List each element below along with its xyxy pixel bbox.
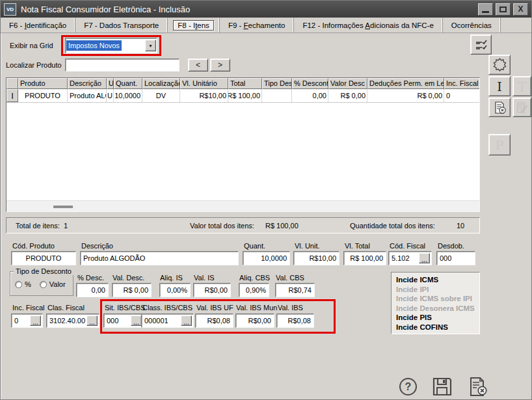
- pct-desc-field[interactable]: 0,00: [76, 283, 109, 297]
- aliq-is-label: Aliq. IS: [160, 274, 183, 282]
- val-cbs-field[interactable]: R$0,74: [275, 283, 315, 297]
- vl-total-field[interactable]: R$ 100,00: [343, 251, 386, 265]
- grid-header-inc-fiscal[interactable]: Inc. Fiscal: [444, 78, 480, 89]
- cell-descricao[interactable]: Produto ALGODÃO: [68, 89, 107, 102]
- tab-f6-identificacao[interactable]: F6 - Identificação: [1, 18, 75, 33]
- grid-view-dropdown[interactable]: Impostos Novos ▼: [65, 38, 157, 53]
- sit-ibs-cbs-lookup-button[interactable]: ...: [131, 315, 142, 326]
- cell-deducoes[interactable]: R$ 0,00: [367, 89, 444, 102]
- grid-header-total[interactable]: Total: [228, 78, 262, 89]
- val-ibs-mun-label: Val. IBS Mun: [236, 304, 277, 312]
- help-button[interactable]: ?: [399, 378, 417, 395]
- radio-percent-circle[interactable]: [15, 281, 22, 288]
- descricao-label: Descrição: [81, 242, 113, 250]
- cell-localizacao[interactable]: DV: [142, 89, 180, 102]
- desdob-field[interactable]: 000: [436, 251, 475, 265]
- grid-view-selected-value: Impostos Novos: [66, 40, 122, 51]
- previous-item-button[interactable]: <: [188, 59, 208, 72]
- minimize-button[interactable]: [478, 3, 493, 16]
- grid-header-vl-unitario[interactable]: Vl. Unitário: [180, 78, 228, 89]
- cell-valor-desc[interactable]: R$ 0,00: [328, 89, 367, 102]
- maximize-button[interactable]: [496, 3, 511, 16]
- cell-inc-fiscal[interactable]: 0: [444, 89, 480, 102]
- grid-header-produto[interactable]: Produto: [18, 78, 68, 89]
- titlebar: VD Nota Fiscal Consumidor Eletrônica - I…: [1, 1, 531, 18]
- cod-fiscal-lookup-button[interactable]: ...: [419, 253, 430, 263]
- localizar-produto-label: Localizar Produto: [6, 61, 62, 69]
- vl-unit-field[interactable]: R$10,00: [293, 251, 339, 265]
- clas-fiscal-lookup-button[interactable]: ...: [86, 315, 98, 326]
- document-remove-icon: [493, 101, 507, 114]
- sit-ibs-cbs-field[interactable]: 000 ...: [103, 313, 144, 328]
- tab-f9-fechamento[interactable]: F9 - Fechamento: [220, 18, 295, 33]
- next-item-button[interactable]: >: [210, 59, 230, 72]
- incide-listbox[interactable]: Incide ICMS Incide IPI Incide ICMS sobre…: [391, 272, 480, 334]
- grid-header-pct-desconto[interactable]: % Desconto: [292, 78, 328, 89]
- vl-unit-label: Vl. Unit.: [295, 242, 320, 250]
- document-cancel-icon: [467, 377, 488, 397]
- val-ibs-uf-field[interactable]: R$0,08: [195, 313, 233, 328]
- grid-columns-button[interactable]: [470, 34, 492, 55]
- tab-f8-itens[interactable]: F8 - Itens: [168, 18, 220, 33]
- val-ibs-mun-field[interactable]: R$0,00: [235, 313, 274, 328]
- grid-header-tipo-des[interactable]: Tipo Des: [262, 78, 292, 89]
- cell-produto[interactable]: PRODUTO: [18, 89, 68, 102]
- incide-icms[interactable]: Incide ICMS: [396, 275, 479, 285]
- radio-valor-circle[interactable]: [40, 281, 47, 288]
- grid-header-deducoes[interactable]: Deduções Perm. em Lei: [367, 78, 444, 89]
- clas-fiscal-field[interactable]: 3102.40.00 ...: [46, 313, 100, 328]
- tab-f12-informacoes-adicionais[interactable]: F12 - Informações Adicionais da NFC-e: [294, 18, 442, 33]
- val-is-field[interactable]: R$0,00: [193, 283, 231, 297]
- grid-header-u[interactable]: U: [107, 78, 114, 89]
- class-ibs-cbs-field[interactable]: 000001 ...: [141, 313, 194, 328]
- radio-valor[interactable]: Valor: [40, 280, 66, 288]
- quant-field[interactable]: 10,0000: [243, 251, 290, 265]
- descricao-field[interactable]: Produto ALGODÃO: [80, 251, 239, 265]
- class-ibs-cbs-lookup-button[interactable]: ...: [181, 315, 192, 326]
- aliq-cbs-field[interactable]: 0,90%: [239, 283, 269, 297]
- table-row[interactable]: I PRODUTO Produto ALGODÃO U 10,0000 DV R…: [7, 89, 479, 103]
- items-grid[interactable]: Produto Descrição U Quant. Localização V…: [6, 77, 480, 212]
- grid-header-quant[interactable]: Quant.: [114, 78, 142, 89]
- localizar-produto-input[interactable]: [65, 59, 180, 72]
- val-cbs-label: Val. CBS: [276, 274, 304, 282]
- cell-pct-desconto[interactable]: 0,00: [292, 89, 328, 102]
- class-ibs-cbs-label: Class. IBS/CBS: [142, 304, 193, 312]
- cod-fiscal-label: Cód. Fiscal: [390, 242, 425, 250]
- quantidade-total-value: 10: [457, 222, 464, 230]
- scrollbar-thumb[interactable]: [53, 206, 73, 208]
- cell-u[interactable]: U: [107, 89, 114, 102]
- chevron-down-icon[interactable]: ▼: [145, 40, 156, 51]
- inc-fiscal-field[interactable]: 0 ...: [11, 313, 43, 328]
- cod-fiscal-field[interactable]: 5.102 ...: [388, 251, 432, 265]
- valor-total-label: Valor total dos itens:: [190, 222, 254, 230]
- row-selector-cell[interactable]: I: [7, 89, 18, 102]
- incide-ipi: Incide IPI: [396, 285, 479, 295]
- aliq-is-field[interactable]: 0,00%: [159, 283, 191, 297]
- grid-horizontal-scrollbar[interactable]: [7, 200, 479, 211]
- grid-header-localizacao[interactable]: Localização: [142, 78, 180, 89]
- cell-tipo-des[interactable]: [262, 89, 292, 102]
- italic-style-button[interactable]: I: [488, 76, 511, 96]
- cancel-button[interactable]: [467, 377, 488, 397]
- total-itens-value: 1: [64, 222, 68, 230]
- tab-ocorrencias[interactable]: Ocorrências: [443, 18, 501, 33]
- radio-percent[interactable]: %: [15, 280, 31, 288]
- remove-item-button[interactable]: [488, 98, 511, 117]
- cell-quant[interactable]: 10,0000: [114, 89, 142, 102]
- tab-f7-dados-transporte[interactable]: F7 - Dados Transporte: [75, 18, 168, 33]
- cod-produto-field[interactable]: PRODUTO: [11, 251, 76, 265]
- grid-header-valor-desc[interactable]: Valor Desc: [328, 78, 367, 89]
- close-button[interactable]: X: [513, 3, 528, 16]
- val-ibs-field[interactable]: R$0,08: [276, 313, 314, 328]
- promotion-button[interactable]: [488, 55, 511, 75]
- valor-total-value: R$ 100,00: [265, 222, 299, 230]
- inc-fiscal-lookup-button[interactable]: ...: [30, 315, 41, 326]
- incide-pis[interactable]: Incide PIS: [396, 313, 479, 323]
- incide-cofins[interactable]: Incide COFINS: [396, 323, 479, 332]
- cell-total[interactable]: R$ 100,00: [228, 89, 262, 102]
- val-desc-field[interactable]: R$ 0,00: [112, 283, 152, 297]
- save-button[interactable]: [432, 377, 453, 397]
- grid-header-descricao[interactable]: Descrição: [68, 78, 107, 89]
- cell-vl-unitario[interactable]: R$10,00: [180, 89, 228, 102]
